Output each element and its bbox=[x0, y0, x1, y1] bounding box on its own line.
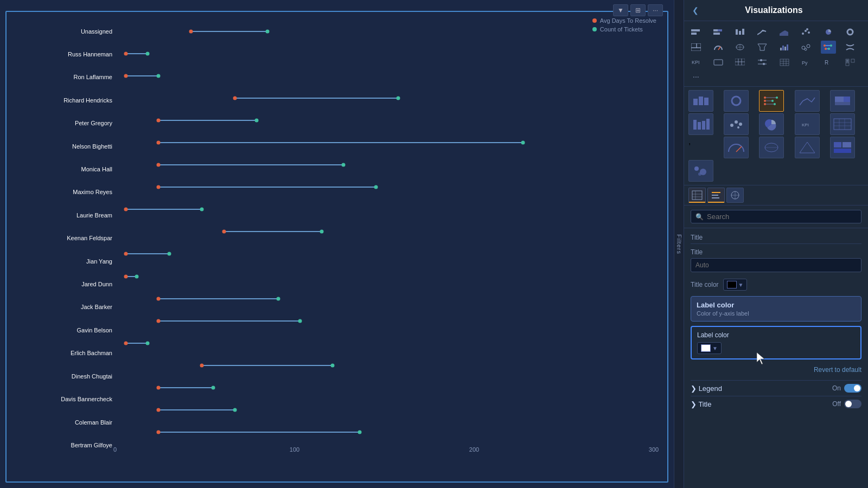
svg-rect-105 bbox=[834, 142, 841, 147]
viz-icon-python[interactable]: Py bbox=[799, 56, 814, 69]
viz-icon-r[interactable]: R bbox=[821, 56, 836, 69]
title-input[interactable] bbox=[691, 258, 861, 272]
thumb-11[interactable] bbox=[724, 137, 749, 158]
title-color-picker[interactable]: ▼ bbox=[723, 279, 748, 291]
more-toolbar-btn[interactable]: ··· bbox=[648, 4, 663, 16]
dot-orange bbox=[157, 431, 161, 434]
viz-icon-scatter2[interactable] bbox=[799, 41, 814, 54]
viz-icon-matrix[interactable] bbox=[732, 56, 748, 69]
svg-text:KPI: KPI bbox=[802, 123, 809, 127]
dot-teal bbox=[168, 252, 171, 256]
thumb-14[interactable] bbox=[830, 137, 855, 158]
viz-icon-area[interactable] bbox=[777, 25, 792, 38]
viz-icon-table2[interactable] bbox=[777, 56, 792, 69]
y-label: Davis Bannercheck bbox=[15, 396, 112, 403]
viz-icon-waterfall[interactable] bbox=[777, 41, 792, 54]
viz-icon-gauge[interactable] bbox=[711, 41, 726, 54]
thumb-10[interactable] bbox=[830, 113, 855, 135]
dot-orange bbox=[200, 363, 204, 367]
svg-rect-62 bbox=[704, 98, 709, 105]
legend-chevron[interactable]: ❯ bbox=[691, 384, 699, 393]
back-button[interactable]: ❮ bbox=[692, 6, 699, 15]
svg-rect-17 bbox=[691, 48, 701, 51]
dot-orange bbox=[157, 408, 161, 412]
viz-icon-stacked-bar[interactable] bbox=[711, 25, 726, 38]
legend-toggle-label: ❯ Legend bbox=[691, 384, 722, 393]
title-toggle-switch[interactable]: Off bbox=[832, 400, 861, 408]
title-color-section: Title color ▼ bbox=[691, 279, 861, 291]
thumb-13[interactable] bbox=[795, 137, 820, 158]
filters-sidebar[interactable]: Filters bbox=[674, 0, 684, 488]
label-color-box: Label color ▼ bbox=[691, 326, 861, 359]
viz-icon-card[interactable] bbox=[711, 56, 726, 69]
title-chevron[interactable]: ❯ bbox=[691, 400, 698, 408]
thumb-6[interactable] bbox=[688, 113, 713, 135]
table-row bbox=[115, 293, 659, 304]
viz-icon-dumbbell[interactable] bbox=[821, 41, 836, 54]
svg-rect-6 bbox=[739, 31, 741, 35]
viz-icon-kpi[interactable]: KPI bbox=[688, 56, 704, 69]
thumb-7[interactable] bbox=[724, 113, 749, 135]
dot-teal bbox=[146, 341, 150, 345]
svg-point-31 bbox=[824, 44, 826, 47]
search-input[interactable] bbox=[707, 213, 857, 221]
viz-icon-donut[interactable] bbox=[843, 25, 858, 38]
filter-toolbar-btn[interactable]: ▼ bbox=[613, 4, 628, 16]
y-label: Jack Barker bbox=[15, 304, 112, 311]
svg-point-34 bbox=[825, 48, 827, 50]
viz-icon-qr[interactable] bbox=[843, 56, 858, 69]
expand-toolbar-btn[interactable]: ⊞ bbox=[630, 4, 646, 16]
thumbnail-grid: KPI , bbox=[684, 87, 868, 185]
table-row bbox=[115, 360, 659, 371]
svg-rect-112 bbox=[692, 191, 702, 200]
title-toggle-track[interactable] bbox=[844, 400, 861, 408]
viz-icon-line[interactable] bbox=[755, 25, 770, 38]
analytics-icon[interactable] bbox=[726, 188, 744, 203]
svg-text:Py: Py bbox=[802, 60, 808, 66]
revert-button[interactable]: Revert to default bbox=[691, 364, 861, 376]
dot-teal bbox=[146, 52, 150, 55]
legend-toggle-switch[interactable]: On bbox=[832, 384, 861, 393]
svg-point-35 bbox=[828, 48, 830, 50]
thumb-1[interactable] bbox=[688, 90, 713, 112]
svg-rect-61 bbox=[699, 97, 703, 105]
thumb-8[interactable] bbox=[759, 113, 784, 135]
title-color-swatch bbox=[727, 281, 737, 288]
thumb-12[interactable] bbox=[759, 137, 784, 158]
svg-rect-38 bbox=[735, 59, 738, 62]
thumb-9[interactable]: KPI bbox=[795, 113, 820, 135]
svg-text:KPI: KPI bbox=[692, 60, 700, 65]
viz-icon-treemap[interactable] bbox=[688, 41, 704, 54]
viz-icon-funnel[interactable] bbox=[755, 41, 770, 54]
title-toggle-label: ❯ Title bbox=[691, 400, 711, 408]
svg-point-71 bbox=[771, 100, 774, 102]
viz-icons-section: KPI Py R bbox=[684, 21, 868, 87]
svg-rect-40 bbox=[742, 59, 745, 62]
y-label: Coleman Blair bbox=[15, 419, 112, 426]
thumb-15[interactable] bbox=[688, 160, 713, 182]
svg-rect-93 bbox=[834, 119, 851, 130]
legend-toggle-track[interactable] bbox=[844, 384, 861, 393]
viz-icon-column[interactable] bbox=[732, 25, 748, 38]
svg-rect-3 bbox=[718, 29, 722, 31]
svg-rect-78 bbox=[844, 97, 850, 102]
format-icon[interactable] bbox=[707, 188, 725, 203]
viz-icon-slicer[interactable] bbox=[755, 56, 770, 69]
thumb-5[interactable] bbox=[830, 90, 855, 112]
thumb-4[interactable] bbox=[795, 90, 820, 112]
dot-teal bbox=[265, 29, 269, 33]
viz-icon-map[interactable] bbox=[732, 41, 748, 54]
viz-icon-scatter[interactable] bbox=[799, 25, 814, 38]
thumb-2[interactable] bbox=[724, 90, 749, 112]
viz-icon-bar[interactable] bbox=[688, 25, 704, 38]
viz-icon-pie[interactable] bbox=[821, 25, 836, 38]
y-label: Erlich Bachman bbox=[15, 350, 112, 357]
table-icon[interactable] bbox=[688, 188, 706, 203]
table-row bbox=[115, 404, 659, 415]
label-color-picker[interactable]: ▼ bbox=[697, 342, 722, 354]
viz-icon-ribbon[interactable] bbox=[843, 41, 858, 54]
thumb-3-active[interactable] bbox=[759, 90, 784, 112]
dot-teal bbox=[521, 141, 525, 145]
dot-teal bbox=[276, 297, 280, 300]
table-row bbox=[115, 26, 659, 37]
